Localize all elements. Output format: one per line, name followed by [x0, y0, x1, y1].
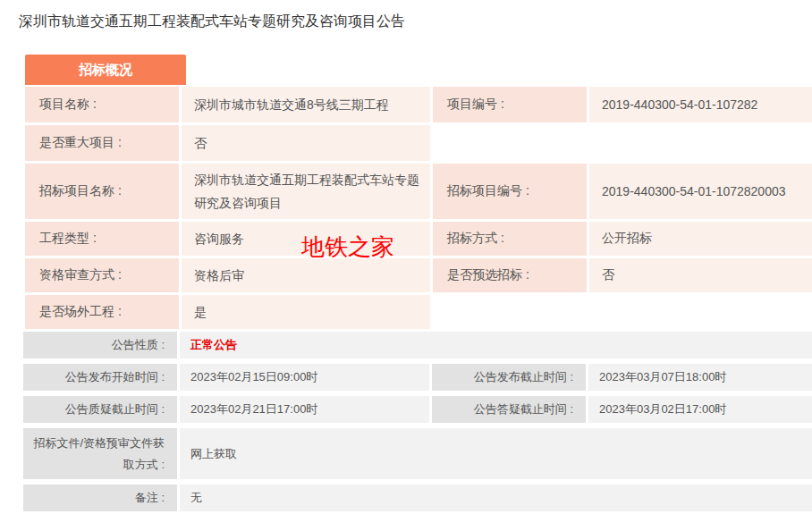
question-deadline-label: 公告质疑截止时间 :: [23, 396, 177, 423]
table-row: 公告性质 : 正常公告: [23, 332, 812, 358]
table-row: 项目名称 : 深圳市城市轨道交通8号线三期工程 项目编号 : 2019-4403…: [25, 87, 812, 122]
table-row: 是否场外工程 : 是: [25, 295, 812, 329]
tender-no-label: 招标项目编号 :: [433, 164, 587, 219]
table-row: 公告质疑截止时间 : 2023年02月21日17:00时 公告答疑截止时间 : …: [23, 396, 812, 423]
preselect-value: 否: [589, 258, 812, 292]
tender-name-value: 深圳市轨道交通五期工程装配式车站专题研究及咨询项目: [182, 164, 430, 219]
nature-value: 正常公告: [180, 332, 812, 358]
project-name-label: 项目名称 :: [25, 87, 179, 122]
qualification-label: 资格审查方式 :: [25, 258, 179, 292]
tender-method-label: 招标方式 :: [433, 222, 587, 256]
tender-method-value: 公开招标: [589, 222, 812, 256]
tender-name-label: 招标项目名称 :: [25, 164, 179, 219]
major-project-label: 是否重大项目 :: [25, 125, 179, 161]
major-project-value: 否: [182, 125, 430, 161]
publish-start-label: 公告发布开始时间 :: [23, 364, 177, 391]
qualification-value: 资格后审: [182, 258, 430, 292]
answer-deadline-label: 公告答疑截止时间 :: [432, 396, 586, 423]
project-no-label: 项目编号 :: [433, 87, 587, 122]
table-row: 公告发布开始时间 : 2023年02月15日09:00时 公告发布截止时间 : …: [23, 364, 812, 391]
answer-deadline-value: 2023年03月02日17:00时: [588, 396, 812, 423]
table-row: 招标文件/资格预审文件获取方式 : 网上获取: [23, 428, 812, 479]
tender-no-value: 2019-440300-54-01-1072820003: [589, 164, 812, 219]
table-row: 工程类型 : 咨询服务 招标方式 : 公开招标: [25, 222, 812, 256]
table-row: 资格审查方式 : 资格后审 是否预选招标 : 否: [25, 258, 812, 292]
publish-start-value: 2023年02月15日09:00时: [180, 364, 429, 391]
project-type-label: 工程类型 :: [25, 222, 179, 256]
remark-value: 无: [180, 485, 812, 511]
project-no-value: 2019-440300-54-01-107282: [589, 87, 812, 122]
project-name-value: 深圳市城市轨道交通8号线三期工程: [182, 87, 430, 122]
nature-label: 公告性质 :: [23, 332, 177, 358]
doc-obtain-value: 网上获取: [180, 428, 812, 479]
tab-tender-overview[interactable]: 招标概况: [25, 55, 186, 85]
project-type-value: 咨询服务: [182, 222, 430, 256]
offsite-value: 是: [182, 295, 430, 329]
doc-obtain-label: 招标文件/资格预审文件获取方式 :: [23, 428, 177, 479]
remark-label: 备注 :: [23, 485, 177, 511]
page-title: 深圳市轨道交通五期工程装配式车站专题研究及咨询项目公告: [0, 0, 812, 29]
preselect-label: 是否预选招标 :: [433, 258, 587, 292]
publish-end-label: 公告发布截止时间 :: [432, 364, 586, 391]
offsite-label: 是否场外工程 :: [25, 295, 179, 329]
table-row: 招标项目名称 : 深圳市轨道交通五期工程装配式车站专题研究及咨询项目 招标项目编…: [25, 164, 812, 219]
announcement-table: 公告性质 : 正常公告 公告发布开始时间 : 2023年02月15日09:00时…: [23, 332, 812, 511]
question-deadline-value: 2023年02月21日17:00时: [180, 396, 429, 423]
publish-end-value: 2023年03月07日18:00时: [588, 364, 812, 391]
table-row: 备注 : 无: [23, 485, 812, 511]
tender-overview-table: 项目名称 : 深圳市城市轨道交通8号线三期工程 项目编号 : 2019-4403…: [25, 87, 812, 329]
table-row: 是否重大项目 : 否: [25, 125, 812, 161]
